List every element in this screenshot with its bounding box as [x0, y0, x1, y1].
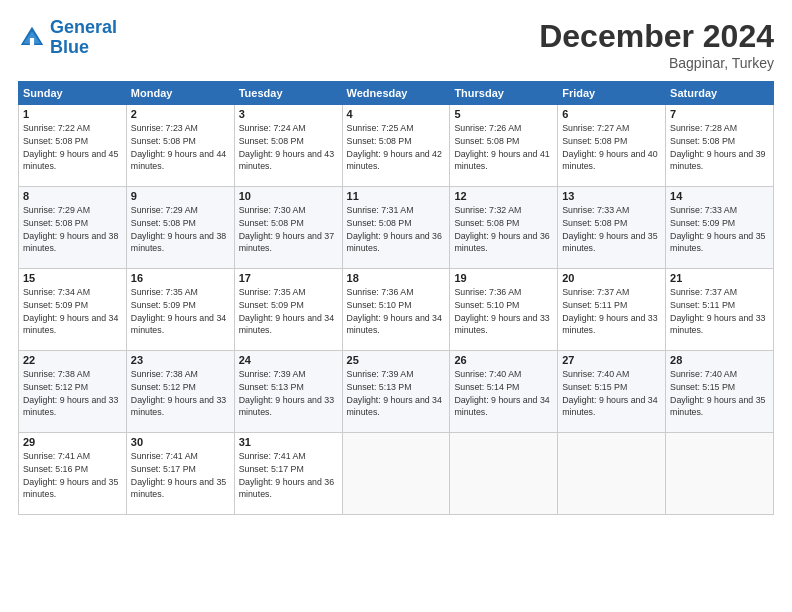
day-number: 14	[670, 190, 769, 202]
day-number: 2	[131, 108, 230, 120]
calendar-day-cell: 15Sunrise: 7:34 AMSunset: 5:09 PMDayligh…	[19, 269, 127, 351]
day-number: 22	[23, 354, 122, 366]
day-info: Sunrise: 7:38 AMSunset: 5:12 PMDaylight:…	[23, 368, 122, 419]
day-number: 30	[131, 436, 230, 448]
day-number: 19	[454, 272, 553, 284]
calendar-day-cell: 5Sunrise: 7:26 AMSunset: 5:08 PMDaylight…	[450, 105, 558, 187]
day-number: 1	[23, 108, 122, 120]
day-number: 24	[239, 354, 338, 366]
calendar-day-cell: 9Sunrise: 7:29 AMSunset: 5:08 PMDaylight…	[126, 187, 234, 269]
calendar-week-row: 29Sunrise: 7:41 AMSunset: 5:16 PMDayligh…	[19, 433, 774, 515]
calendar-day-cell: 11Sunrise: 7:31 AMSunset: 5:08 PMDayligh…	[342, 187, 450, 269]
day-info: Sunrise: 7:23 AMSunset: 5:08 PMDaylight:…	[131, 122, 230, 173]
calendar-day-cell: 14Sunrise: 7:33 AMSunset: 5:09 PMDayligh…	[666, 187, 774, 269]
day-info: Sunrise: 7:38 AMSunset: 5:12 PMDaylight:…	[131, 368, 230, 419]
day-info: Sunrise: 7:33 AMSunset: 5:08 PMDaylight:…	[562, 204, 661, 255]
calendar-day-cell: 17Sunrise: 7:35 AMSunset: 5:09 PMDayligh…	[234, 269, 342, 351]
page: General Blue December 2024 Bagpinar, Tur…	[0, 0, 792, 612]
calendar-week-row: 8Sunrise: 7:29 AMSunset: 5:08 PMDaylight…	[19, 187, 774, 269]
day-number: 17	[239, 272, 338, 284]
calendar-day-cell: 21Sunrise: 7:37 AMSunset: 5:11 PMDayligh…	[666, 269, 774, 351]
day-info: Sunrise: 7:40 AMSunset: 5:15 PMDaylight:…	[562, 368, 661, 419]
calendar-header-cell: Monday	[126, 82, 234, 105]
day-info: Sunrise: 7:32 AMSunset: 5:08 PMDaylight:…	[454, 204, 553, 255]
day-info: Sunrise: 7:36 AMSunset: 5:10 PMDaylight:…	[347, 286, 446, 337]
logo-icon	[18, 24, 46, 52]
day-info: Sunrise: 7:28 AMSunset: 5:08 PMDaylight:…	[670, 122, 769, 173]
calendar-day-cell: 19Sunrise: 7:36 AMSunset: 5:10 PMDayligh…	[450, 269, 558, 351]
day-number: 29	[23, 436, 122, 448]
calendar-day-cell: 24Sunrise: 7:39 AMSunset: 5:13 PMDayligh…	[234, 351, 342, 433]
day-number: 25	[347, 354, 446, 366]
day-info: Sunrise: 7:25 AMSunset: 5:08 PMDaylight:…	[347, 122, 446, 173]
day-info: Sunrise: 7:26 AMSunset: 5:08 PMDaylight:…	[454, 122, 553, 173]
calendar-day-cell: 26Sunrise: 7:40 AMSunset: 5:14 PMDayligh…	[450, 351, 558, 433]
day-info: Sunrise: 7:22 AMSunset: 5:08 PMDaylight:…	[23, 122, 122, 173]
calendar-day-cell: 28Sunrise: 7:40 AMSunset: 5:15 PMDayligh…	[666, 351, 774, 433]
calendar-day-cell: 30Sunrise: 7:41 AMSunset: 5:17 PMDayligh…	[126, 433, 234, 515]
calendar-day-cell: 3Sunrise: 7:24 AMSunset: 5:08 PMDaylight…	[234, 105, 342, 187]
calendar-day-cell: 20Sunrise: 7:37 AMSunset: 5:11 PMDayligh…	[558, 269, 666, 351]
calendar-day-cell: 16Sunrise: 7:35 AMSunset: 5:09 PMDayligh…	[126, 269, 234, 351]
calendar-day-cell: 4Sunrise: 7:25 AMSunset: 5:08 PMDaylight…	[342, 105, 450, 187]
day-info: Sunrise: 7:41 AMSunset: 5:16 PMDaylight:…	[23, 450, 122, 501]
calendar-day-cell: 1Sunrise: 7:22 AMSunset: 5:08 PMDaylight…	[19, 105, 127, 187]
location: Bagpinar, Turkey	[539, 55, 774, 71]
day-info: Sunrise: 7:24 AMSunset: 5:08 PMDaylight:…	[239, 122, 338, 173]
day-number: 15	[23, 272, 122, 284]
calendar-week-row: 22Sunrise: 7:38 AMSunset: 5:12 PMDayligh…	[19, 351, 774, 433]
day-number: 21	[670, 272, 769, 284]
day-info: Sunrise: 7:37 AMSunset: 5:11 PMDaylight:…	[562, 286, 661, 337]
day-number: 9	[131, 190, 230, 202]
calendar-day-cell: 2Sunrise: 7:23 AMSunset: 5:08 PMDaylight…	[126, 105, 234, 187]
calendar-header-cell: Tuesday	[234, 82, 342, 105]
day-info: Sunrise: 7:41 AMSunset: 5:17 PMDaylight:…	[131, 450, 230, 501]
day-info: Sunrise: 7:33 AMSunset: 5:09 PMDaylight:…	[670, 204, 769, 255]
day-number: 18	[347, 272, 446, 284]
logo-text: General Blue	[50, 18, 117, 58]
calendar-day-cell: 8Sunrise: 7:29 AMSunset: 5:08 PMDaylight…	[19, 187, 127, 269]
calendar-day-cell: 10Sunrise: 7:30 AMSunset: 5:08 PMDayligh…	[234, 187, 342, 269]
calendar: SundayMondayTuesdayWednesdayThursdayFrid…	[18, 81, 774, 515]
day-info: Sunrise: 7:30 AMSunset: 5:08 PMDaylight:…	[239, 204, 338, 255]
day-number: 20	[562, 272, 661, 284]
calendar-header-cell: Saturday	[666, 82, 774, 105]
day-number: 3	[239, 108, 338, 120]
calendar-day-cell: 13Sunrise: 7:33 AMSunset: 5:08 PMDayligh…	[558, 187, 666, 269]
day-info: Sunrise: 7:40 AMSunset: 5:14 PMDaylight:…	[454, 368, 553, 419]
day-info: Sunrise: 7:29 AMSunset: 5:08 PMDaylight:…	[23, 204, 122, 255]
day-number: 23	[131, 354, 230, 366]
calendar-header-cell: Wednesday	[342, 82, 450, 105]
day-number: 7	[670, 108, 769, 120]
day-number: 26	[454, 354, 553, 366]
calendar-header-cell: Friday	[558, 82, 666, 105]
calendar-header-cell: Thursday	[450, 82, 558, 105]
day-info: Sunrise: 7:29 AMSunset: 5:08 PMDaylight:…	[131, 204, 230, 255]
header: General Blue December 2024 Bagpinar, Tur…	[18, 18, 774, 71]
day-number: 31	[239, 436, 338, 448]
calendar-day-cell	[342, 433, 450, 515]
day-number: 4	[347, 108, 446, 120]
day-number: 5	[454, 108, 553, 120]
day-info: Sunrise: 7:36 AMSunset: 5:10 PMDaylight:…	[454, 286, 553, 337]
calendar-header-cell: Sunday	[19, 82, 127, 105]
month-title: December 2024	[539, 18, 774, 55]
day-info: Sunrise: 7:39 AMSunset: 5:13 PMDaylight:…	[347, 368, 446, 419]
day-info: Sunrise: 7:27 AMSunset: 5:08 PMDaylight:…	[562, 122, 661, 173]
day-info: Sunrise: 7:40 AMSunset: 5:15 PMDaylight:…	[670, 368, 769, 419]
calendar-header-row: SundayMondayTuesdayWednesdayThursdayFrid…	[19, 82, 774, 105]
calendar-day-cell: 25Sunrise: 7:39 AMSunset: 5:13 PMDayligh…	[342, 351, 450, 433]
calendar-day-cell	[666, 433, 774, 515]
calendar-day-cell: 6Sunrise: 7:27 AMSunset: 5:08 PMDaylight…	[558, 105, 666, 187]
day-number: 27	[562, 354, 661, 366]
calendar-day-cell: 12Sunrise: 7:32 AMSunset: 5:08 PMDayligh…	[450, 187, 558, 269]
day-number: 12	[454, 190, 553, 202]
day-number: 8	[23, 190, 122, 202]
calendar-day-cell: 18Sunrise: 7:36 AMSunset: 5:10 PMDayligh…	[342, 269, 450, 351]
calendar-week-row: 1Sunrise: 7:22 AMSunset: 5:08 PMDaylight…	[19, 105, 774, 187]
day-info: Sunrise: 7:37 AMSunset: 5:11 PMDaylight:…	[670, 286, 769, 337]
day-info: Sunrise: 7:41 AMSunset: 5:17 PMDaylight:…	[239, 450, 338, 501]
day-info: Sunrise: 7:35 AMSunset: 5:09 PMDaylight:…	[239, 286, 338, 337]
calendar-week-row: 15Sunrise: 7:34 AMSunset: 5:09 PMDayligh…	[19, 269, 774, 351]
calendar-day-cell	[450, 433, 558, 515]
